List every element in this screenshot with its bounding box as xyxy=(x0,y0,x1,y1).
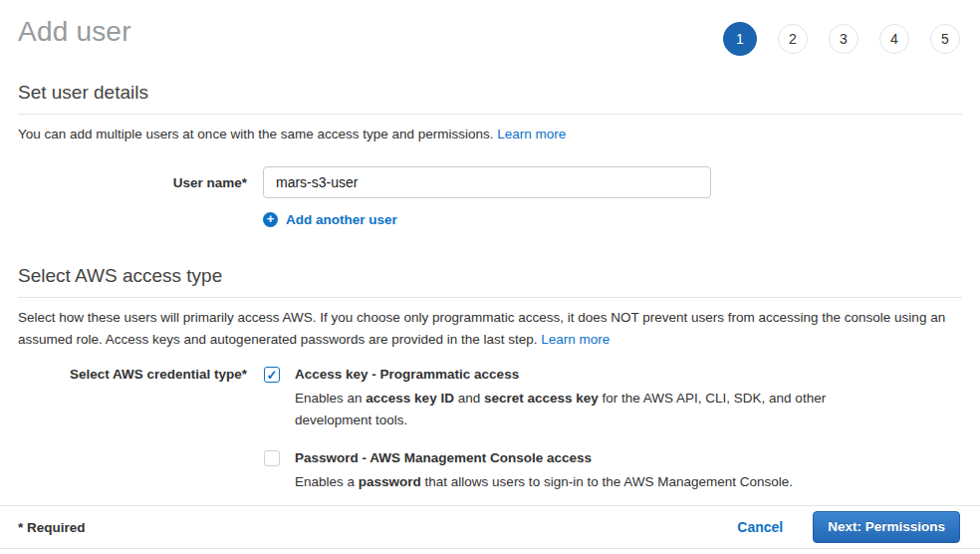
desc-bold-text: access key ID xyxy=(366,391,454,406)
desc-text: that allows users to sign-in to the AWS … xyxy=(421,474,793,489)
step-3-indicator: 3 xyxy=(829,24,858,54)
access-key-option-desc: Enables an access key ID and secret acce… xyxy=(295,388,833,431)
step-4-indicator: 4 xyxy=(879,24,909,54)
user-name-label: User name* xyxy=(18,166,247,190)
wizard-step-indicator: 1 2 3 4 5 xyxy=(723,22,960,56)
checkmark-icon: ✓ xyxy=(267,369,278,382)
desc-text: Enables a xyxy=(295,474,359,489)
credential-type-label: Select AWS credential type* xyxy=(18,366,247,382)
password-option-body: Password - AWS Management Console access… xyxy=(295,449,793,493)
cancel-button[interactable]: Cancel xyxy=(737,519,783,535)
access-type-learn-more-link[interactable]: Learn more xyxy=(541,332,610,347)
step-1-indicator: 1 xyxy=(723,22,757,56)
step-2-indicator: 2 xyxy=(778,24,808,54)
user-name-input[interactable] xyxy=(263,166,711,198)
credential-options: ✓ Access key - Programmatic access Enabl… xyxy=(264,366,833,493)
plus-circle-icon: + xyxy=(263,212,278,227)
main-content: Set user details You can add multiple us… xyxy=(0,82,980,493)
password-option: Password - AWS Management Console access… xyxy=(264,449,833,493)
add-another-user-label: Add another user xyxy=(286,212,397,227)
select-access-type-description: Select how these users will primarily ac… xyxy=(18,307,962,351)
desc-text: Enables an xyxy=(295,391,366,406)
required-note: * Required xyxy=(18,520,86,535)
user-details-learn-more-link[interactable]: Learn more xyxy=(497,127,566,141)
wizard-footer: * Required Cancel Next: Permissions xyxy=(0,505,980,549)
select-access-type-section: Select AWS access type Select how these … xyxy=(18,265,962,493)
password-option-title: Password - AWS Management Console access xyxy=(295,449,793,466)
credential-type-row: Select AWS credential type* ✓ Access key… xyxy=(18,366,962,493)
set-user-details-description-text: You can add multiple users at once with … xyxy=(18,127,497,141)
user-name-row: User name* xyxy=(18,166,962,198)
access-key-option-title: Access key - Programmatic access xyxy=(295,366,833,383)
page-header: Add user 1 2 3 4 5 xyxy=(0,0,980,56)
access-key-option: ✓ Access key - Programmatic access Enabl… xyxy=(264,366,833,431)
step-5-indicator: 5 xyxy=(930,24,960,54)
access-key-option-body: Access key - Programmatic access Enables… xyxy=(295,366,833,431)
user-name-field-wrap xyxy=(263,166,711,198)
desc-bold-text: secret access key xyxy=(484,391,599,406)
set-user-details-section: Set user details You can add multiple us… xyxy=(18,82,962,227)
add-another-user-link[interactable]: + Add another user xyxy=(263,212,397,227)
desc-text: and xyxy=(454,391,484,406)
password-option-desc: Enables a password that allows users to … xyxy=(295,471,793,493)
set-user-details-heading: Set user details xyxy=(18,82,962,115)
page-title: Add user xyxy=(18,16,131,48)
password-checkbox[interactable] xyxy=(264,450,280,466)
select-access-type-description-text: Select how these users will primarily ac… xyxy=(18,310,945,347)
select-access-type-heading: Select AWS access type xyxy=(18,265,962,298)
set-user-details-description: You can add multiple users at once with … xyxy=(18,124,962,145)
desc-bold-text: password xyxy=(359,474,421,489)
next-permissions-button[interactable]: Next: Permissions xyxy=(813,511,960,543)
access-key-checkbox[interactable]: ✓ xyxy=(264,367,280,383)
